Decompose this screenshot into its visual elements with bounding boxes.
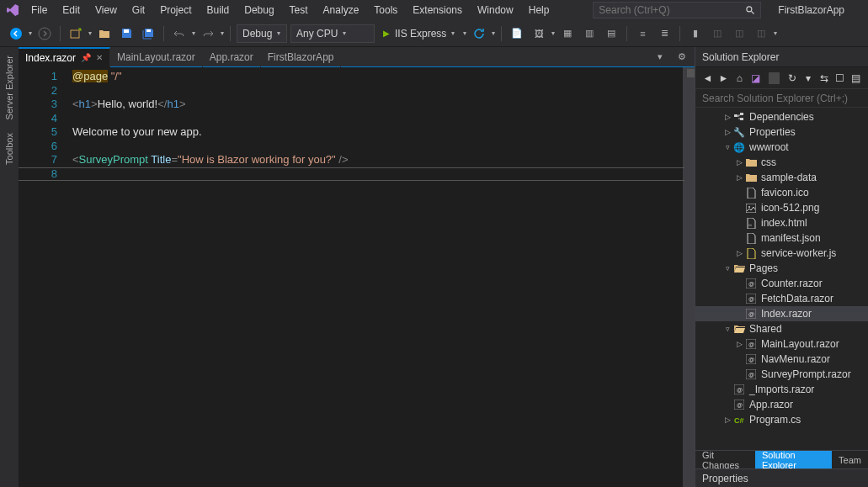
doc-tab[interactable]: FirstBlazorApp [261,47,342,67]
expand-arrow-icon[interactable]: ▿ [722,325,732,333]
tree-node[interactable]: @_Imports.razor [695,382,868,397]
back-button[interactable] [7,24,25,43]
menu-project[interactable]: Project [152,2,199,19]
uncomment-icon[interactable]: ◫ [730,24,748,43]
tree-node[interactable]: @NavMenu.razor [695,352,868,367]
se-show-all-icon[interactable]: ☐ [834,71,845,85]
server-explorer-tab[interactable]: Server Explorer [3,49,16,126]
open-file-icon[interactable] [95,24,114,43]
tree-node[interactable]: @FetchData.razor [695,291,868,306]
undo-dropdown[interactable]: ▾ [192,29,195,37]
expand-arrow-icon[interactable]: ▷ [734,173,744,182]
tree-node[interactable]: ▷sample-data [695,170,868,185]
se-properties-icon[interactable]: ▤ [850,71,861,85]
close-icon[interactable]: ✕ [96,53,103,62]
se-home-icon[interactable]: ⌂ [734,71,745,85]
tree-node[interactable]: manifest.json [695,230,868,246]
expand-arrow-icon[interactable]: ▷ [734,249,744,257]
menu-view[interactable]: View [88,2,125,19]
tree-node[interactable]: ▷service-worker.js [695,246,868,261]
expand-arrow-icon[interactable]: ▿ [722,264,732,273]
menu-test[interactable]: Test [282,2,316,19]
tool-icon2[interactable]: ▥ [580,24,599,43]
pin-icon[interactable]: 📌 [81,53,91,62]
save-all-icon[interactable] [139,24,157,43]
tab-overflow-icon[interactable]: ▾ [651,48,669,66]
forward-button[interactable] [35,24,54,43]
tree-node[interactable]: ▿🌐wwwroot [695,140,868,155]
redo-dropdown[interactable]: ▾ [221,29,224,37]
menu-git[interactable]: Git [125,2,152,19]
expand-arrow-icon[interactable]: ▷ [722,113,732,121]
expand-arrow-icon[interactable]: ▷ [722,128,732,136]
undo-icon[interactable] [170,24,189,43]
split-handle-icon[interactable] [687,69,695,77]
doc-tab[interactable]: Index.razor📌✕ [19,47,110,67]
tree-node[interactable]: favicon.ico [695,185,868,200]
expand-arrow-icon[interactable]: ▷ [734,158,744,167]
tree-node[interactable]: ‹›index.html [695,215,868,230]
menu-edit[interactable]: Edit [55,2,88,19]
tree-node[interactable]: ▷🔧Properties [695,124,868,140]
tab-settings-icon[interactable]: ⚙ [673,48,691,66]
tree-node[interactable]: @Counter.razor [695,276,868,291]
tree-node[interactable]: ▿Pages [695,261,868,276]
se-sync-icon[interactable]: ◪ [750,71,761,85]
new-project-icon[interactable] [67,24,85,43]
vertical-scrollbar[interactable] [683,67,695,487]
panel-tab[interactable]: Git Changes [695,451,755,468]
se-back-icon[interactable]: ◄ [702,71,713,85]
solution-explorer-search[interactable] [695,89,868,108]
global-search[interactable] [593,2,761,19]
tree-node[interactable]: ▷Dependencies [695,109,868,124]
comment-icon[interactable]: ◫ [708,24,727,43]
platform-dropdown[interactable]: Any CPU▾ [290,24,375,43]
doc-tab[interactable]: MainLayout.razor [110,47,203,67]
menu-tools[interactable]: Tools [366,2,405,19]
tool-icon4[interactable]: ◫ [752,24,770,43]
panel-tab[interactable]: Solution Explorer [755,451,832,468]
menu-help[interactable]: Help [521,2,557,19]
bookmark-icon[interactable]: ▮ [686,24,705,43]
indent-icon[interactable]: ≡ [633,24,652,43]
run-button[interactable]: ▶IIS Express▾ [378,24,460,43]
doc-tab[interactable]: App.razor [203,47,261,67]
tree-node[interactable]: ▷C#Program.cs [695,412,868,427]
config-dropdown[interactable]: Debug▾ [237,24,287,43]
se-collapse-icon[interactable]: ⇆ [818,71,829,85]
tree-node[interactable]: icon-512.png [695,200,868,215]
tree-node[interactable]: ▷@MainLayout.razor [695,336,868,352]
menu-extensions[interactable]: Extensions [405,2,470,19]
tree-node[interactable]: @SurveyPrompt.razor [695,367,868,382]
menu-file[interactable]: File [24,2,55,19]
tree-node[interactable]: ▷css [695,155,868,170]
se-refresh-icon[interactable]: ↻ [787,71,798,85]
menu-window[interactable]: Window [470,2,521,19]
menu-analyze[interactable]: Analyze [316,2,367,19]
redo-icon[interactable] [199,24,217,43]
browser-link-icon[interactable]: 📄 [508,24,526,43]
panel-tab[interactable]: Team [832,451,868,468]
outdent-icon[interactable]: ≣ [655,24,674,43]
new-project-dropdown[interactable]: ▾ [88,29,92,37]
tool-icon[interactable]: ▦ [558,24,577,43]
code-editor[interactable]: 12345678 @page "/" <h1>Hello, world!</h1… [19,67,695,487]
hot-reload-icon[interactable] [470,24,488,43]
tree-node[interactable]: @App.razor [695,397,868,412]
expand-arrow-icon[interactable]: ▷ [734,340,744,348]
toolbox-tab[interactable]: Toolbox [3,126,16,172]
menu-debug[interactable]: Debug [237,2,281,19]
solution-search-input[interactable] [695,89,868,107]
save-icon[interactable] [117,24,136,43]
tree-node[interactable]: @Index.razor [695,306,868,321]
toolbox-icon[interactable]: 🖼 [530,24,548,43]
expand-arrow-icon[interactable]: ▷ [722,416,732,424]
code-content[interactable]: @page "/" <h1>Hello, world!</h1> Welcome… [69,67,683,487]
back-dropdown[interactable]: ▾ [29,29,32,37]
se-forward-icon[interactable]: ► [718,71,729,85]
global-search-input[interactable] [599,4,745,16]
tree-node[interactable]: ▿Shared [695,321,868,336]
tool-icon3[interactable]: ▤ [602,24,620,43]
expand-arrow-icon[interactable]: ▿ [722,143,732,151]
menu-build[interactable]: Build [200,2,237,19]
